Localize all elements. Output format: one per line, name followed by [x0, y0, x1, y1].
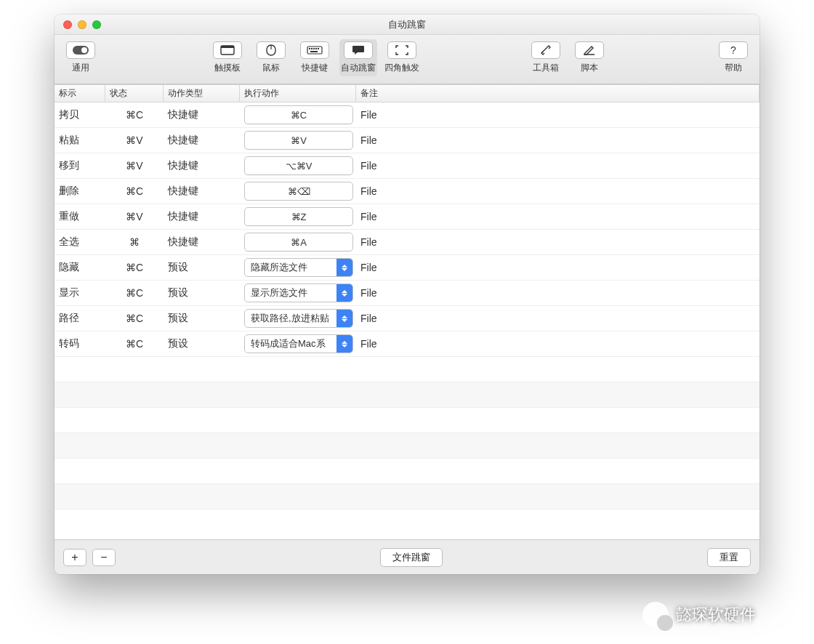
empty-row — [55, 484, 759, 510]
row-action: 获取路径,放进粘贴 — [240, 309, 356, 328]
table-row[interactable]: 转码⌘C预设转码成适合Mac系File — [55, 331, 759, 357]
table-body[interactable]: 拷贝⌘C快捷键⌘CFile粘贴⌘V快捷键⌘VFile移到⌘V快捷键⌥⌘VFile… — [55, 102, 759, 539]
remove-button[interactable]: − — [92, 549, 116, 566]
pencil-icon — [575, 41, 604, 59]
row-status: ⌘C — [105, 109, 164, 121]
svg-rect-9 — [313, 48, 315, 49]
action-preset-select[interactable]: 获取路径,放进粘贴 — [244, 309, 353, 328]
window-title: 自动跳窗 — [55, 18, 759, 31]
svg-rect-12 — [310, 51, 318, 52]
svg-point-1 — [81, 47, 87, 53]
table-row[interactable]: 粘贴⌘V快捷键⌘VFile — [55, 128, 759, 153]
svg-rect-11 — [318, 48, 319, 49]
col-action[interactable]: 执行动作 — [240, 85, 356, 102]
row-label: 显示 — [55, 286, 105, 299]
col-remark[interactable]: 备注 — [356, 85, 759, 102]
action-shortcut-button[interactable]: ⌘A — [244, 233, 353, 251]
chevron-updown-icon — [337, 259, 352, 276]
row-action: ⌘V — [240, 131, 356, 150]
table-row[interactable]: 删除⌘C快捷键⌘⌫File — [55, 179, 759, 204]
tab-help[interactable]: ? 帮助 — [714, 39, 752, 76]
row-label: 重做 — [55, 210, 105, 223]
table-row[interactable]: 显示⌘C预设显示所选文件File — [55, 281, 759, 306]
row-status: ⌘V — [105, 160, 164, 172]
row-remark: File — [356, 262, 759, 273]
chevron-updown-icon — [337, 284, 352, 302]
row-status: ⌘C — [105, 185, 164, 197]
reset-button[interactable]: 重置 — [707, 548, 751, 567]
tab-mouse[interactable]: 鼠标 — [252, 39, 290, 76]
table-row[interactable]: 全选⌘快捷键⌘AFile — [55, 230, 759, 255]
wechat-icon — [642, 602, 669, 628]
table-row[interactable]: 拷贝⌘C快捷键⌘CFile — [55, 102, 759, 128]
row-remark: File — [356, 236, 759, 248]
toggle-icon — [66, 41, 95, 59]
tab-script[interactable]: 脚本 — [571, 39, 608, 76]
row-label: 路径 — [55, 312, 105, 325]
empty-row — [55, 408, 759, 433]
empty-row — [55, 357, 759, 382]
col-status[interactable]: 状态 — [105, 85, 164, 102]
file-popup-button[interactable]: 文件跳窗 — [380, 548, 443, 567]
row-remark: File — [356, 109, 759, 121]
tab-corner[interactable]: 四角触发 — [383, 39, 421, 76]
action-preset-select[interactable]: 显示所选文件 — [244, 283, 353, 302]
row-status: ⌘ — [105, 236, 164, 248]
table-row[interactable]: 隐藏⌘C预设隐藏所选文件File — [55, 255, 759, 281]
row-type: 快捷键 — [164, 159, 240, 172]
content-area: 标示 状态 动作类型 执行动作 备注 拷贝⌘C快捷键⌘CFile粘贴⌘V快捷键⌘… — [55, 84, 759, 539]
row-label: 全选 — [55, 236, 105, 249]
row-type: 预设 — [164, 261, 240, 274]
preferences-window: 自动跳窗 通用 触摸板 鼠标 — [55, 15, 759, 574]
row-type: 快捷键 — [164, 236, 240, 249]
row-action: ⌘A — [240, 233, 356, 251]
footer: + − 文件跳窗 重置 — [55, 539, 759, 574]
action-shortcut-button[interactable]: ⌘V — [244, 131, 353, 150]
tab-toolbox[interactable]: 工具箱 — [527, 39, 565, 76]
row-type: 快捷键 — [164, 185, 240, 198]
empty-row — [55, 433, 759, 459]
row-action: 隐藏所选文件 — [240, 258, 356, 277]
row-action: ⌘C — [240, 105, 356, 124]
tab-trackpad[interactable]: 触摸板 — [209, 39, 246, 76]
toolbar: 通用 触摸板 鼠标 快捷键 — [55, 35, 759, 84]
row-type: 快捷键 — [164, 108, 240, 121]
svg-rect-7 — [309, 48, 310, 49]
table-row[interactable]: 路径⌘C预设获取路径,放进粘贴File — [55, 306, 759, 331]
row-remark: File — [356, 313, 759, 324]
table-row[interactable]: 重做⌘V快捷键⌘ZFile — [55, 204, 759, 230]
row-label: 拷贝 — [55, 108, 105, 121]
row-type: 预设 — [164, 286, 240, 299]
table-header: 标示 状态 动作类型 执行动作 备注 — [55, 85, 759, 102]
row-remark: File — [356, 287, 759, 299]
row-action: ⌘⌫ — [240, 182, 356, 201]
action-preset-select[interactable]: 转码成适合Mac系 — [244, 334, 353, 353]
speech-icon — [344, 41, 373, 59]
row-label: 删除 — [55, 185, 105, 198]
tab-general[interactable]: 通用 — [62, 39, 100, 76]
tab-autopopup[interactable]: 自动跳窗 — [339, 39, 377, 76]
col-label[interactable]: 标示 — [55, 85, 105, 102]
action-preset-select[interactable]: 隐藏所选文件 — [244, 258, 353, 277]
action-shortcut-button[interactable]: ⌘Z — [244, 207, 353, 226]
row-type: 快捷键 — [164, 134, 240, 147]
action-shortcut-button[interactable]: ⌘C — [244, 105, 353, 124]
empty-row — [55, 459, 759, 484]
mouse-icon — [257, 41, 286, 59]
row-action: 转码成适合Mac系 — [240, 334, 356, 353]
chevron-updown-icon — [337, 310, 352, 327]
tab-shortcut[interactable]: 快捷键 — [296, 39, 334, 76]
action-shortcut-button[interactable]: ⌥⌘V — [244, 156, 353, 175]
action-shortcut-button[interactable]: ⌘⌫ — [244, 182, 353, 201]
svg-rect-8 — [311, 48, 313, 49]
row-label: 隐藏 — [55, 261, 105, 274]
svg-rect-3 — [221, 46, 234, 48]
table-row[interactable]: 移到⌘V快捷键⌥⌘VFile — [55, 153, 759, 179]
row-status: ⌘C — [105, 262, 164, 273]
row-status: ⌘C — [105, 338, 164, 350]
row-type: 预设 — [164, 312, 240, 325]
row-action: ⌥⌘V — [240, 156, 356, 175]
col-type[interactable]: 动作类型 — [164, 85, 240, 102]
add-button[interactable]: + — [63, 549, 86, 566]
row-type: 预设 — [164, 337, 240, 350]
